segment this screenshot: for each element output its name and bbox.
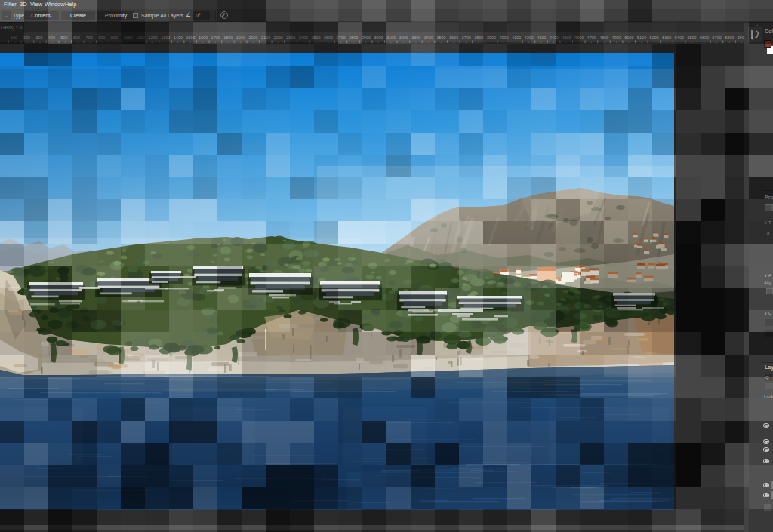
svg-text:2800: 2800: [349, 35, 358, 40]
svg-text:1900: 1900: [236, 35, 245, 40]
svg-text:2400: 2400: [299, 35, 308, 40]
svg-text:1200: 1200: [149, 35, 158, 40]
svg-text:1400: 1400: [174, 35, 183, 40]
svg-text:1800: 1800: [223, 35, 233, 40]
svg-text:1700: 1700: [211, 35, 220, 40]
svg-text:3300: 3300: [411, 35, 420, 40]
svg-text:3100: 3100: [386, 35, 396, 40]
svg-text:3700: 3700: [462, 35, 471, 40]
svg-text:3800: 3800: [474, 35, 483, 40]
svg-text:5000: 5000: [624, 35, 633, 40]
svg-text:1300: 1300: [161, 35, 170, 40]
svg-text:2600: 2600: [324, 35, 333, 40]
svg-text:2000: 2000: [248, 35, 257, 40]
svg-text:2500: 2500: [311, 35, 320, 40]
svg-text:5600: 5600: [700, 35, 709, 40]
svg-text:2700: 2700: [337, 35, 346, 40]
svg-text:4500: 4500: [562, 35, 571, 40]
svg-text:4400: 4400: [550, 35, 559, 40]
svg-text:4800: 4800: [599, 35, 608, 40]
svg-text:1500: 1500: [186, 35, 195, 40]
svg-text:200: 200: [23, 35, 30, 40]
svg-text:2200: 2200: [274, 35, 283, 40]
svg-text:1100: 1100: [136, 35, 145, 40]
svg-text:5200: 5200: [650, 35, 659, 40]
svg-text:5800: 5800: [725, 35, 734, 40]
svg-text:4100: 4100: [512, 35, 521, 40]
svg-text:3400: 3400: [424, 35, 433, 40]
svg-text:5900: 5900: [738, 35, 744, 40]
svg-text:4200: 4200: [525, 35, 534, 40]
svg-text:4900: 4900: [612, 35, 621, 40]
svg-text:4000: 4000: [499, 35, 508, 40]
svg-text:5300: 5300: [662, 35, 671, 40]
svg-text:600: 600: [73, 35, 80, 40]
svg-text:3900: 3900: [487, 35, 496, 40]
svg-text:900: 900: [111, 35, 118, 40]
svg-text:100: 100: [11, 35, 17, 40]
svg-text:700: 700: [86, 35, 93, 40]
svg-text:5100: 5100: [637, 35, 646, 40]
svg-text:3200: 3200: [399, 35, 408, 40]
svg-text:3000: 3000: [374, 35, 383, 40]
svg-text:400: 400: [48, 35, 55, 40]
svg-text:2100: 2100: [261, 35, 270, 40]
svg-text:2900: 2900: [362, 35, 371, 40]
svg-text:2300: 2300: [286, 35, 295, 40]
svg-text:5700: 5700: [713, 35, 722, 40]
svg-text:4700: 4700: [587, 35, 596, 40]
svg-text:4600: 4600: [574, 35, 584, 40]
svg-text:3600: 3600: [449, 35, 458, 40]
svg-text:1600: 1600: [199, 35, 208, 40]
svg-text:800: 800: [98, 35, 105, 40]
svg-text:5500: 5500: [687, 35, 696, 40]
svg-text:500: 500: [60, 35, 67, 40]
svg-text:4300: 4300: [537, 35, 546, 40]
svg-text:1000: 1000: [123, 35, 132, 40]
svg-text:3500: 3500: [436, 35, 445, 40]
svg-text:5400: 5400: [675, 35, 684, 40]
svg-text:300: 300: [35, 35, 42, 40]
